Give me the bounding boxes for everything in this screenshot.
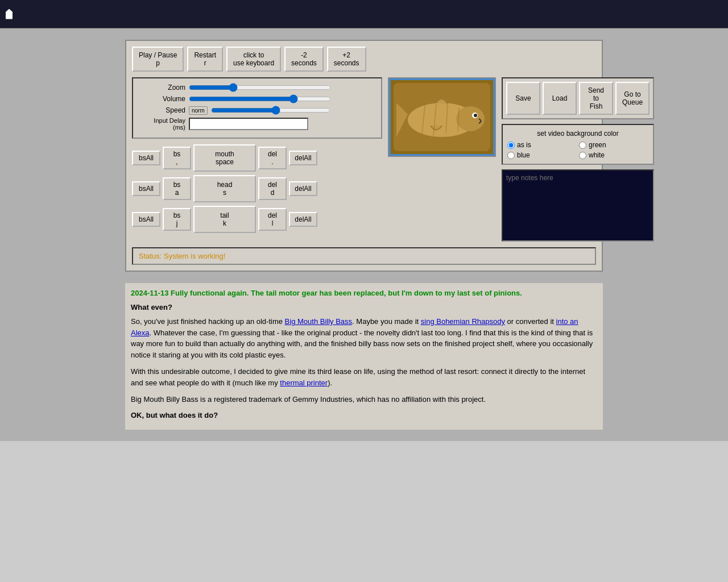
anim-row-mouth: bsAll bs , mouth space del . delAll bbox=[132, 144, 382, 172]
blog-date: 2024-11-13 Fully functional again. The t… bbox=[131, 289, 597, 297]
load-button[interactable]: Load bbox=[543, 82, 577, 115]
minus2-button[interactable]: -2 seconds bbox=[284, 47, 324, 72]
bg-white-radio[interactable] bbox=[579, 152, 586, 159]
speed-slider[interactable] bbox=[211, 106, 330, 115]
bsall-head-button[interactable]: bsAll bbox=[132, 181, 160, 196]
control-panel: Play / Pause p Restart r click to use ke… bbox=[125, 40, 603, 272]
top-buttons-row: Play / Pause p Restart r click to use ke… bbox=[132, 47, 596, 72]
send-to-fish-button[interactable]: Send to Fish bbox=[579, 82, 613, 115]
sliders-section: Zoom Volume Speed norm Input Delay (ms) bbox=[132, 77, 382, 139]
blog-heading-1: What even? bbox=[131, 303, 597, 311]
svg-point-3 bbox=[456, 106, 485, 131]
volume-slider[interactable] bbox=[189, 94, 331, 103]
bg-green-radio[interactable] bbox=[579, 142, 586, 149]
status-text: Status: System is working! bbox=[139, 252, 225, 260]
bs-mouth-button[interactable]: bs , bbox=[163, 147, 191, 169]
zoom-slider[interactable] bbox=[189, 83, 331, 92]
right-panel: Save Load Send to Fish Go to Queue set v… bbox=[502, 77, 654, 242]
speed-label: Speed bbox=[140, 106, 185, 114]
svg-point-5 bbox=[474, 114, 477, 117]
bg-green-option: green bbox=[579, 141, 648, 149]
input-delay-field[interactable]: 0 bbox=[189, 118, 308, 130]
bsall-mouth-button[interactable]: bsAll bbox=[132, 151, 160, 165]
play-pause-button[interactable]: Play / Pause p bbox=[132, 47, 184, 72]
big-mouth-link[interactable]: Big Mouth Billy Bass bbox=[285, 317, 353, 326]
status-bar: Status: System is working! bbox=[132, 247, 596, 265]
plus2-button[interactable]: +2 seconds bbox=[327, 47, 366, 72]
input-delay-label: Input Delay (ms) bbox=[140, 117, 185, 131]
bs-tail-button[interactable]: bs j bbox=[163, 208, 191, 231]
del-tail-button[interactable]: del l bbox=[258, 208, 287, 231]
animation-rows: bsAll bs , mouth space del . delAll bsAl… bbox=[132, 144, 382, 233]
fish-image-area bbox=[388, 77, 496, 242]
zoom-label: Zoom bbox=[140, 84, 185, 92]
del-mouth-button[interactable]: del . bbox=[258, 147, 287, 169]
bohemian-link[interactable]: sing Bohemian Rhapsody bbox=[421, 317, 505, 326]
anim-row-tail: bsAll bs j tail k del l delAll bbox=[132, 206, 382, 233]
volume-label: Volume bbox=[140, 95, 185, 103]
blog-para-3: Big Mouth Billy Bass is a registered tra… bbox=[131, 394, 597, 405]
bsall-tail-button[interactable]: bsAll bbox=[132, 212, 160, 227]
go-to-queue-button[interactable]: Go to Queue bbox=[615, 82, 650, 115]
save-button[interactable]: Save bbox=[506, 82, 540, 115]
main-content: Play / Pause p Restart r click to use ke… bbox=[0, 28, 728, 441]
alexa-link[interactable]: into an Alexa bbox=[131, 317, 578, 337]
speed-badge: norm bbox=[189, 106, 208, 115]
bg-blue-label: blue bbox=[517, 151, 530, 159]
head-button[interactable]: head s bbox=[193, 175, 256, 202]
blog-para-2: With this undesirable outcome, I decided… bbox=[131, 366, 597, 388]
fish-image bbox=[388, 77, 496, 157]
tail-button[interactable]: tail k bbox=[193, 206, 256, 233]
save-load-row: Save Load Send to Fish Go to Queue bbox=[502, 77, 654, 119]
bg-as-is-radio[interactable] bbox=[507, 142, 515, 149]
blog-heading-2: OK, but what does it do? bbox=[131, 411, 597, 419]
volume-row: Volume bbox=[140, 94, 374, 103]
thermal-printer-link[interactable]: thermal printer bbox=[280, 379, 328, 387]
fish-svg bbox=[391, 80, 493, 154]
bg-color-section: set video background color as is green bbox=[502, 124, 654, 165]
del-head-button[interactable]: del d bbox=[258, 177, 287, 200]
blog-section: 2024-11-13 Fully functional again. The t… bbox=[125, 283, 603, 430]
restart-button[interactable]: Restart r bbox=[187, 47, 223, 72]
blog-para-1: So, you've just finished hacking up an o… bbox=[131, 316, 597, 360]
bg-color-options: as is green blue white bbox=[507, 141, 648, 159]
bs-head-button[interactable]: bs a bbox=[163, 177, 191, 200]
bg-blue-radio[interactable] bbox=[507, 152, 515, 159]
bg-blue-option: blue bbox=[507, 151, 577, 159]
zoom-row: Zoom bbox=[140, 83, 374, 92]
bg-white-option: white bbox=[579, 151, 648, 159]
top-bar bbox=[0, 0, 728, 28]
delall-mouth-button[interactable]: delAll bbox=[289, 151, 317, 165]
notes-area bbox=[502, 169, 654, 242]
delall-head-button[interactable]: delAll bbox=[289, 181, 317, 196]
anim-row-head: bsAll bs a head s del d delAll bbox=[132, 175, 382, 202]
bookmark-icon bbox=[6, 9, 13, 19]
speed-row: Speed norm bbox=[140, 106, 374, 115]
mouth-button[interactable]: mouth space bbox=[193, 144, 256, 172]
left-controls: Zoom Volume Speed norm Input Delay (ms) bbox=[132, 77, 382, 242]
middle-area: Zoom Volume Speed norm Input Delay (ms) bbox=[132, 77, 596, 242]
bg-as-is-label: as is bbox=[517, 141, 531, 149]
bg-color-title: set video background color bbox=[507, 130, 648, 138]
bg-white-label: white bbox=[589, 151, 605, 159]
keyboard-button[interactable]: click to use keyboard bbox=[226, 47, 281, 72]
bg-green-label: green bbox=[589, 141, 606, 149]
notes-textarea[interactable] bbox=[503, 171, 653, 239]
bg-as-is-option: as is bbox=[507, 141, 577, 149]
input-delay-row: Input Delay (ms) 0 bbox=[140, 117, 374, 131]
delall-tail-button[interactable]: delAll bbox=[289, 212, 317, 227]
